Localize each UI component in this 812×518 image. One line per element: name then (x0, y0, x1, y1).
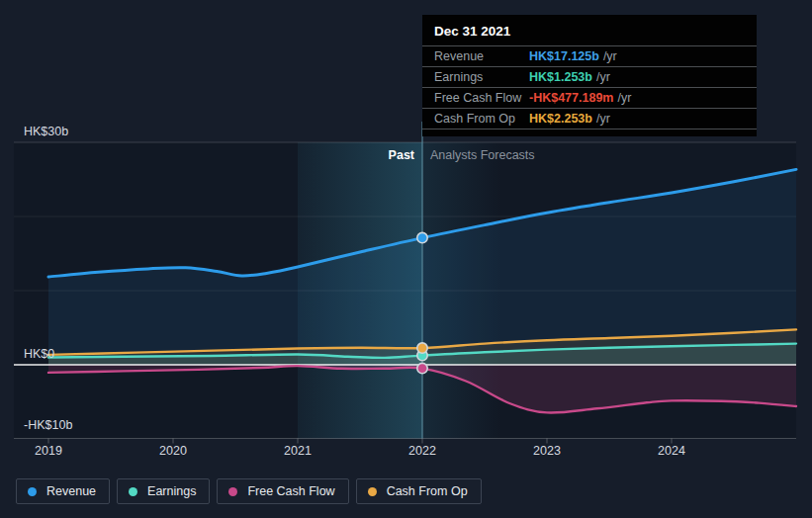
tooltip-suffix-earnings: /yr (596, 70, 610, 84)
legend-label-free-cash-flow: Free Cash Flow (247, 484, 334, 498)
y-axis-label-30b: HK$30b (24, 125, 68, 138)
financial-tooltip: Dec 31 2021 Revenue HK$17.125b /yr Earni… (422, 15, 757, 136)
earnings-dot-icon (129, 487, 137, 496)
cash-from-op-marker[interactable] (417, 343, 427, 353)
x-axis-label-2023: 2023 (533, 444, 561, 458)
tooltip-value-cash-from-op: HK$2.253b (529, 112, 592, 126)
legend-item-earnings[interactable]: Earnings (117, 478, 210, 504)
revenue-dot-icon (28, 487, 37, 496)
legend-item-cash-from-op[interactable]: Cash From Op (356, 478, 482, 504)
tooltip-row-free-cash-flow: Free Cash Flow -HK$477.189m /yr (422, 87, 757, 108)
x-axis-label-2024: 2024 (658, 444, 685, 458)
y-axis-label-neg10b: -HK$10b (24, 418, 72, 432)
tooltip-suffix-cash-from-op: /yr (596, 112, 610, 126)
cash-from-op-dot-icon (368, 487, 377, 496)
tooltip-label-earnings: Earnings (434, 70, 529, 84)
financial-forecast-chart: HK$30b HK$0 -HK$10b 2019 2020 2021 2022 … (0, 0, 812, 518)
forecast-region-label: Analysts Forecasts (430, 148, 535, 162)
tooltip-value-free-cash-flow: -HK$477.189m (529, 91, 613, 105)
tooltip-date: Dec 31 2021 (422, 15, 757, 45)
tooltip-row-cash-from-op: Cash From Op HK$2.253b /yr (422, 108, 757, 130)
x-axis-label-2022: 2022 (408, 444, 436, 458)
x-axis-label-2021: 2021 (284, 444, 312, 458)
free-cash-flow-dot-icon (228, 487, 237, 496)
chart-legend: Revenue Earnings Free Cash Flow Cash Fro… (16, 478, 482, 504)
tooltip-label-revenue: Revenue (434, 49, 529, 63)
tooltip-label-free-cash-flow: Free Cash Flow (434, 91, 529, 105)
legend-item-free-cash-flow[interactable]: Free Cash Flow (217, 478, 348, 504)
x-axis-label-2020: 2020 (159, 444, 187, 458)
x-axis-label-2019: 2019 (35, 444, 62, 458)
tooltip-suffix-free-cash-flow: /yr (617, 91, 631, 105)
revenue-marker[interactable] (417, 232, 427, 242)
tooltip-value-earnings: HK$1.253b (529, 70, 592, 84)
tooltip-row-revenue: Revenue HK$17.125b /yr (422, 45, 757, 66)
tooltip-row-earnings: Earnings HK$1.253b /yr (422, 66, 757, 87)
legend-label-cash-from-op: Cash From Op (387, 484, 468, 498)
legend-label-revenue: Revenue (46, 484, 96, 498)
legend-item-revenue[interactable]: Revenue (16, 478, 110, 504)
tooltip-label-cash-from-op: Cash From Op (434, 112, 529, 126)
tooltip-value-revenue: HK$17.125b (529, 49, 599, 63)
y-axis-label-0: HK$0 (24, 347, 54, 361)
tooltip-suffix-revenue: /yr (603, 49, 617, 63)
past-region-label: Past (389, 148, 414, 162)
free-cash-flow-marker[interactable] (417, 363, 427, 373)
legend-label-earnings: Earnings (147, 484, 196, 498)
